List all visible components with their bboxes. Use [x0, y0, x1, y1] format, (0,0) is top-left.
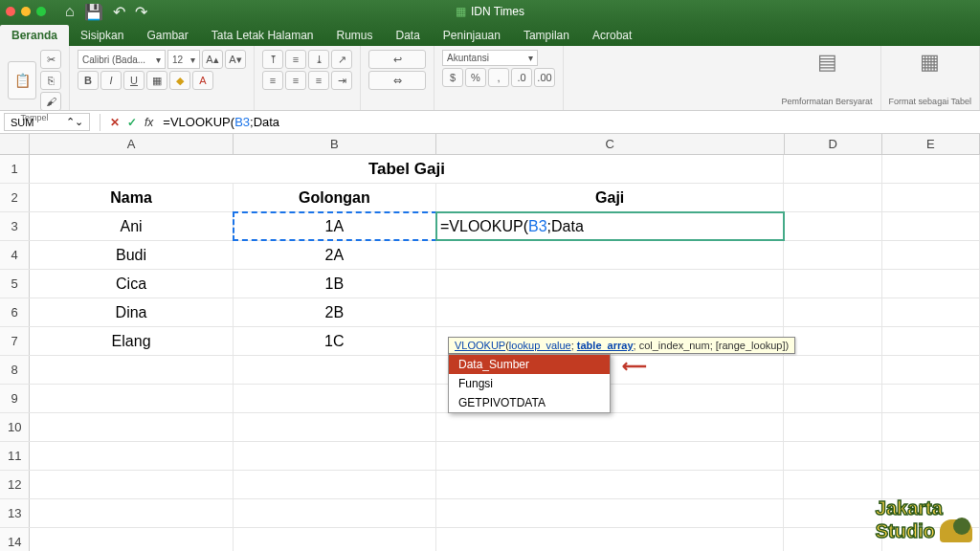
row-header[interactable]: 6 — [0, 298, 30, 326]
cond-format-icon[interactable]: ▤ — [782, 50, 873, 75]
indent-button[interactable]: ⇥ — [331, 71, 352, 90]
col-header-c[interactable]: C — [436, 134, 785, 154]
cell[interactable]: 1A — [234, 212, 436, 240]
paste-button[interactable]: 📋 — [8, 61, 36, 99]
autocomplete-item[interactable]: GETPIVOTDATA — [449, 393, 610, 412]
decrease-decimal-button[interactable]: .00 — [534, 68, 555, 87]
row-header[interactable]: 5 — [0, 270, 30, 298]
autocomplete-item[interactable]: Data_Sumber — [449, 355, 610, 374]
autocomplete-item[interactable]: Fungsi — [449, 374, 610, 393]
fill-color-button[interactable]: ◆ — [169, 71, 190, 90]
cell[interactable]: 1C — [234, 327, 436, 355]
align-middle-button[interactable]: ≡ — [285, 50, 306, 69]
align-left-button[interactable]: ≡ — [262, 71, 283, 90]
save-icon[interactable]: 💾 — [84, 3, 103, 21]
col-header-d[interactable]: D — [785, 134, 882, 154]
cell[interactable] — [882, 298, 980, 326]
cell[interactable] — [436, 270, 784, 298]
cell-editing[interactable]: =VLOOKUP(B3;Data — [436, 212, 784, 240]
row-header[interactable]: 13 — [0, 499, 30, 527]
increase-decimal-button[interactable]: .0 — [511, 68, 532, 87]
cell[interactable]: 2B — [234, 298, 436, 326]
font-size-dropdown[interactable]: 12▾ — [167, 50, 200, 69]
tab-acrobat[interactable]: Acrobat — [581, 25, 643, 46]
increase-font-button[interactable]: A▴ — [202, 50, 223, 69]
align-right-button[interactable]: ≡ — [308, 71, 329, 90]
col-header-a[interactable]: A — [30, 134, 233, 154]
cell[interactable]: 2A — [234, 241, 436, 269]
tab-tata-letak[interactable]: Tata Letak Halaman — [200, 25, 325, 46]
font-name-dropdown[interactable]: Calibri (Bada...▾ — [78, 50, 166, 69]
orientation-button[interactable]: ↗ — [331, 50, 352, 69]
cell[interactable]: Dina — [30, 298, 233, 326]
underline-button[interactable]: U — [123, 71, 145, 90]
italic-button[interactable]: I — [100, 71, 122, 90]
row-header[interactable]: 1 — [0, 155, 30, 183]
title-cell[interactable]: Tabel Gaji — [30, 155, 784, 183]
cell[interactable]: Elang — [30, 327, 233, 355]
bold-button[interactable]: B — [78, 71, 99, 90]
row-header[interactable]: 9 — [0, 385, 30, 412]
header-golongan[interactable]: Golongan — [234, 184, 436, 211]
cell[interactable]: Ani — [30, 212, 233, 240]
tab-gambar[interactable]: Gambar — [135, 25, 199, 46]
cell[interactable] — [436, 241, 784, 269]
tab-sisipkan[interactable]: Sisipkan — [69, 25, 135, 46]
col-header-b[interactable]: B — [234, 134, 436, 154]
align-top-button[interactable]: ⤒ — [262, 50, 283, 69]
align-bottom-button[interactable]: ⤓ — [308, 50, 329, 69]
tab-peninjauan[interactable]: Peninjauan — [432, 25, 512, 46]
row-header[interactable]: 3 — [0, 212, 30, 240]
currency-button[interactable]: $ — [442, 68, 463, 87]
undo-icon[interactable]: ↶ — [113, 3, 125, 21]
format-painter-button[interactable]: 🖌 — [40, 92, 61, 111]
row-header[interactable]: 11 — [0, 442, 30, 470]
row-header[interactable]: 2 — [0, 184, 30, 211]
percent-button[interactable]: % — [465, 68, 486, 87]
cell[interactable] — [784, 327, 881, 355]
tooltip-arg2[interactable]: table_array — [577, 340, 634, 351]
tooltip-fn-link[interactable]: VLOOKUP — [455, 340, 505, 351]
fx-icon[interactable]: fx — [141, 116, 157, 129]
cell[interactable] — [784, 270, 881, 298]
cell[interactable] — [436, 298, 784, 326]
row-header[interactable]: 14 — [0, 528, 30, 551]
row-header[interactable]: 10 — [0, 413, 30, 441]
maximize-icon[interactable] — [36, 7, 46, 16]
number-format-dropdown[interactable]: Akuntansi▾ — [442, 50, 538, 66]
tab-beranda[interactable]: Beranda — [0, 25, 69, 46]
tab-data[interactable]: Data — [385, 25, 432, 46]
tooltip-arg1[interactable]: lookup_value — [509, 340, 571, 351]
cell[interactable]: Cica — [30, 270, 233, 298]
merge-button[interactable]: ⇔ — [368, 71, 426, 90]
wrap-text-button[interactable]: ↩ — [368, 50, 426, 69]
cell[interactable]: Budi — [30, 241, 233, 269]
cell[interactable] — [784, 212, 881, 240]
redo-icon[interactable]: ↷ — [135, 3, 147, 21]
name-box[interactable]: SUM⌃⌄ — [4, 113, 90, 131]
cancel-formula-button[interactable]: ✕ — [106, 116, 123, 129]
cell[interactable] — [784, 241, 881, 269]
row-header[interactable]: 12 — [0, 471, 30, 498]
formula-input[interactable]: =VLOOKUP(B3;Data — [157, 113, 980, 131]
close-icon[interactable] — [6, 7, 15, 16]
tab-tampilan[interactable]: Tampilan — [512, 25, 581, 46]
cell[interactable] — [882, 270, 980, 298]
comma-button[interactable]: , — [488, 68, 509, 87]
cell[interactable] — [882, 212, 980, 240]
format-table-icon[interactable]: ▦ — [889, 50, 971, 75]
align-center-button[interactable]: ≡ — [285, 71, 306, 90]
cell[interactable] — [784, 298, 881, 326]
select-all-corner[interactable] — [0, 134, 30, 154]
header-nama[interactable]: Nama — [30, 184, 233, 211]
row-header[interactable]: 4 — [0, 241, 30, 269]
confirm-formula-button[interactable]: ✓ — [123, 116, 141, 129]
decrease-font-button[interactable]: A▾ — [225, 50, 246, 69]
col-header-e[interactable]: E — [882, 134, 980, 154]
copy-button[interactable]: ⎘ — [40, 71, 61, 90]
cell[interactable] — [882, 241, 980, 269]
cell[interactable]: 1B — [234, 270, 436, 298]
row-header[interactable]: 7 — [0, 327, 30, 355]
header-gaji[interactable]: Gaji — [436, 184, 784, 211]
row-header[interactable]: 8 — [0, 356, 30, 384]
